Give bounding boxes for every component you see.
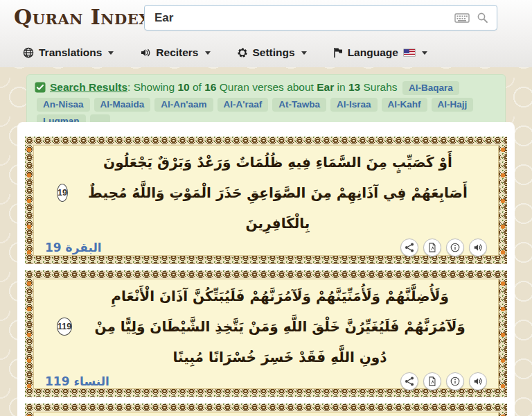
verse-text-block: وَلَأُضِلَّنَّهُمْ وَلَأُمَنِّيَنَّهُمْ …	[41, 281, 491, 372]
verse-actions	[400, 239, 487, 257]
chevron-down-icon	[205, 51, 211, 55]
globe-icon	[23, 47, 34, 58]
speaker-icon	[140, 47, 151, 58]
share-button[interactable]	[400, 372, 418, 390]
verse-number-badge: 19	[57, 184, 68, 202]
verse-text-block: أَوْ كَصَيِّبٍ مِنَ السَّمَاءِ فِيهِ ظُل…	[41, 147, 491, 239]
pdf-button[interactable]	[423, 239, 441, 257]
verse-card: أَوْ كَصَيِّبٍ مِنَ السَّمَاءِ فِيهِ ظُل…	[25, 137, 507, 264]
share-button[interactable]	[400, 239, 418, 257]
audio-button[interactable]	[469, 239, 487, 257]
colon: :	[127, 81, 130, 93]
surah-badge-al-kahf[interactable]: Al-Kahf	[382, 98, 427, 112]
info-button[interactable]	[446, 372, 464, 390]
audio-button[interactable]	[469, 372, 487, 390]
surah-badge-al-araaf[interactable]: Al-A'raaf	[218, 98, 269, 112]
nav-language[interactable]: Language	[333, 46, 427, 59]
search-results-link[interactable]: Search Results	[50, 81, 127, 93]
virtual-keyboard-icon[interactable]	[454, 12, 470, 24]
surah-badge-al-hajj[interactable]: Al-Hajj	[432, 98, 474, 112]
nav-settings-label: Settings	[253, 46, 295, 59]
search-box	[144, 5, 497, 31]
checkbox-checked-icon	[35, 82, 46, 93]
results-text-of: of	[193, 81, 202, 93]
surah-badge-al-anaam[interactable]: Al-An'aam	[154, 98, 213, 112]
main-nav: Translations Reciters Settings	[23, 44, 427, 61]
results-total: 16	[204, 81, 216, 93]
search-term: Ear	[317, 81, 334, 93]
search-input[interactable]	[145, 11, 454, 25]
search-icon[interactable]	[477, 12, 488, 24]
chevron-down-icon	[301, 51, 307, 55]
pdf-button[interactable]	[423, 372, 441, 390]
results-text-about: Quran verses about	[220, 81, 314, 93]
nav-reciters[interactable]: Reciters	[140, 46, 210, 59]
verse-actions	[400, 372, 487, 390]
header: Quran Index	[0, 0, 532, 67]
results-list: أَوْ كَصَيِّبٍ مِنَ السَّمَاءِ فِيهِ ظُل…	[17, 122, 515, 416]
site-logo[interactable]: Quran Index	[14, 4, 150, 31]
results-text-showing: Showing	[134, 81, 175, 93]
us-flag-icon	[403, 49, 416, 57]
nav-translations[interactable]: Translations	[23, 46, 114, 59]
surah-verse-link[interactable]: النساء 119	[45, 374, 109, 388]
verse-arabic: أَوْ كَصَيِّبٍ مِنَ السَّمَاءِ فِيهِ ظُل…	[74, 147, 481, 239]
results-count: 10	[177, 81, 189, 93]
gear-icon	[237, 47, 248, 58]
verse-number-badge: 119	[57, 318, 72, 336]
verse-arabic: وَلَأُضِلَّنَّهُمْ وَلَأُمَنِّيَنَّهُمْ …	[78, 281, 481, 372]
info-button[interactable]	[446, 239, 464, 257]
chevron-down-icon	[108, 51, 114, 55]
verse-card: وَلَأُضِلَّنَّهُمْ وَلَأُمَنِّيَنَّهُمْ …	[25, 270, 507, 397]
results-text-surahs: Surahs	[364, 81, 398, 93]
verse-card-partial	[25, 404, 507, 416]
nav-language-label: Language	[348, 46, 398, 59]
surah-badge-an-nisaa[interactable]: An-Nisaa	[37, 98, 90, 112]
surah-count: 13	[348, 81, 360, 93]
nav-settings[interactable]: Settings	[237, 46, 307, 59]
surah-badge-al-israa[interactable]: Al-Israa	[330, 98, 378, 112]
results-text-in: in	[337, 81, 346, 93]
nav-translations-label: Translations	[39, 46, 102, 59]
nav-reciters-label: Reciters	[156, 46, 198, 59]
surah-badge-at-tawba[interactable]: At-Tawba	[272, 98, 326, 112]
surah-verse-link[interactable]: البقرة 19	[45, 241, 102, 254]
chevron-down-icon	[422, 51, 427, 55]
flag-icon	[333, 47, 343, 58]
surah-badge-al-maaida[interactable]: Al-Maaida	[94, 98, 151, 112]
surah-badge-al-baqara[interactable]: Al-Baqara	[402, 81, 459, 95]
